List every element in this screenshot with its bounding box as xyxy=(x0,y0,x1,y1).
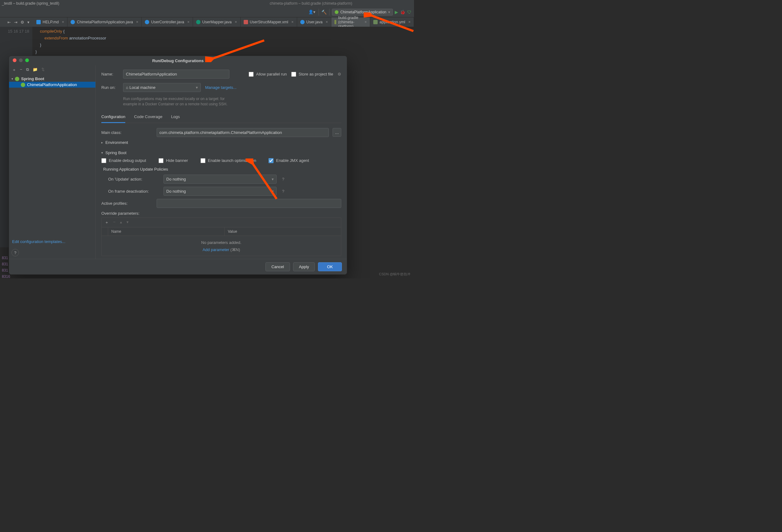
spring-boot-icon xyxy=(335,10,339,14)
add-icon[interactable]: ＋ xyxy=(12,67,16,73)
tab-label: User.java xyxy=(307,20,323,24)
editor-tab[interactable]: ChimetaPlatformApplication.java× xyxy=(67,17,142,27)
editor-tab[interactable]: application.yml× xyxy=(370,17,414,27)
remove-icon[interactable]: − xyxy=(113,220,116,225)
edit-templates-link[interactable]: Edit configuration templates... xyxy=(9,237,96,246)
cancel-button[interactable]: Cancel xyxy=(265,262,290,271)
close-icon[interactable]: × xyxy=(187,20,189,24)
editor-tab[interactable]: UserStructMapper.xml× xyxy=(241,17,297,27)
tab-label: UserController.java xyxy=(151,20,184,24)
zoom-icon[interactable] xyxy=(25,59,29,62)
tree-label: Spring Boot xyxy=(21,76,44,81)
dropdown-icon: ▾ xyxy=(196,85,198,90)
dialog-titlebar: Run/Debug Configurations xyxy=(9,56,347,65)
log-timestamp: 831 xyxy=(2,262,8,266)
sort-icon[interactable]: ⇅ xyxy=(41,67,45,73)
close-icon[interactable]: × xyxy=(326,20,328,24)
up-icon[interactable]: ▴ xyxy=(120,220,122,225)
help-icon[interactable]: ? xyxy=(280,189,286,193)
link-label[interactable]: Edit configuration templates... xyxy=(12,239,65,244)
close-icon[interactable]: × xyxy=(291,20,293,24)
tree-node-spring-boot[interactable]: ▾ Spring Boot xyxy=(9,76,96,82)
run-icon[interactable]: ▶ xyxy=(395,10,398,14)
active-profiles-input[interactable] xyxy=(157,199,341,208)
browse-button[interactable]: … xyxy=(332,128,341,137)
tab-logs[interactable]: Logs xyxy=(171,112,180,123)
environment-section[interactable]: ▸ Environment xyxy=(101,140,341,145)
section-label: Spring Boot xyxy=(105,150,127,155)
col-name: Name xyxy=(108,227,225,236)
on-update-label: On 'Update' action: xyxy=(101,177,160,181)
save-icon[interactable]: 📁 xyxy=(33,67,38,73)
spring-boot-section[interactable]: ▾ Spring Boot xyxy=(101,150,341,155)
tree-node-config[interactable]: ChimetaPlatformApplication xyxy=(9,82,96,87)
checkbox-label: Store as project file xyxy=(299,72,333,76)
more-icon[interactable]: ▾ xyxy=(27,20,30,25)
tab-label: ChimetaPlatformApplication.java xyxy=(77,20,133,24)
editor-tab[interactable]: HELP.md× xyxy=(33,17,67,27)
file-icon xyxy=(36,20,41,24)
separator xyxy=(329,9,329,15)
ok-button[interactable]: OK xyxy=(318,262,342,271)
back-icon[interactable]: ⇤ xyxy=(7,20,11,25)
editor-tab[interactable]: User.java× xyxy=(297,17,331,27)
store-project-checkbox[interactable]: Store as project file xyxy=(291,72,333,77)
gear-icon[interactable]: ⚙ xyxy=(337,72,341,76)
run-config-selector[interactable]: ChimetaPlatformApplication ▾ xyxy=(332,9,393,15)
manage-targets-link[interactable]: Manage targets... xyxy=(205,85,237,90)
run-debug-dialog: Run/Debug Configurations ＋ − ⧉ 📁 ⇅ ▾ Spr… xyxy=(9,56,347,275)
runon-hint: Run configurations may be executed local… xyxy=(123,96,229,107)
log-timestamp: 831 xyxy=(2,268,8,273)
sidebar-toolbar: ＋ − ⧉ 📁 ⇅ xyxy=(9,65,96,75)
close-icon[interactable]: × xyxy=(136,20,138,24)
home-icon: ⌂ xyxy=(126,85,128,90)
main-class-input[interactable] xyxy=(157,128,329,137)
enable-jmx-checkbox[interactable]: Enable JMX agent xyxy=(269,158,309,163)
name-input[interactable] xyxy=(123,70,229,79)
editor-tab[interactable]: build.gradle (chimeta-platform)× xyxy=(331,17,370,27)
runon-combo[interactable]: ⌂ Local machine ▾ xyxy=(123,83,201,92)
copy-icon[interactable]: ⧉ xyxy=(26,67,29,73)
override-params-table: ＋ − ▴ ▾ Name Value No parameters added. … xyxy=(101,217,341,256)
on-update-combo[interactable]: Do nothing▾ xyxy=(164,175,277,184)
gear-icon[interactable]: ⚙ xyxy=(21,20,24,25)
editor-tab[interactable]: UserController.java× xyxy=(142,17,193,27)
build-icon[interactable]: 🔨 xyxy=(321,10,327,14)
checkbox-label: Hide banner xyxy=(166,158,188,163)
on-frame-combo[interactable]: Do nothing▾ xyxy=(164,187,277,196)
remove-icon[interactable]: − xyxy=(20,67,23,73)
close-icon[interactable]: × xyxy=(235,20,237,24)
editor-tabbar: ⇤ ⇥ ⚙ ▾ HELP.md×ChimetaPlatformApplicati… xyxy=(0,17,414,27)
forward-icon[interactable]: ⇥ xyxy=(14,20,17,25)
help-icon[interactable]: ? xyxy=(280,177,286,181)
close-icon[interactable]: × xyxy=(62,20,64,24)
watermark: CSDN @蜗牛使劲冲 xyxy=(379,272,410,277)
run-config-label: ChimetaPlatformApplication xyxy=(340,10,386,14)
editor-tab[interactable]: UserMapper.java× xyxy=(193,17,241,27)
close-icon[interactable] xyxy=(13,59,16,62)
close-icon[interactable]: × xyxy=(408,20,411,24)
profile-icon[interactable]: 👤▾ xyxy=(308,9,316,15)
hide-banner-checkbox[interactable]: Hide banner xyxy=(158,158,188,163)
enable-launch-opt-checkbox[interactable]: Enable launch optimization xyxy=(201,158,256,163)
close-icon[interactable]: × xyxy=(364,20,367,24)
down-icon[interactable]: ▾ xyxy=(127,220,129,225)
checkbox-label: Enable launch optimization xyxy=(208,158,256,163)
dialog-title: Run/Debug Configurations xyxy=(152,59,204,63)
minimize-icon[interactable] xyxy=(19,59,23,62)
debug-icon[interactable]: 🐞 xyxy=(400,10,405,14)
add-icon[interactable]: ＋ xyxy=(105,220,109,225)
on-frame-label: On frame deactivation: xyxy=(101,189,160,193)
add-parameter-link[interactable]: Add parameter xyxy=(203,247,229,252)
tab-code-coverage[interactable]: Code Coverage xyxy=(134,112,162,123)
tab-label: UserStructMapper.xml xyxy=(250,20,288,24)
allow-parallel-checkbox[interactable]: Allow parallel run xyxy=(249,72,287,77)
enable-debug-checkbox[interactable]: Enable debug output xyxy=(101,158,146,163)
separator xyxy=(319,9,319,15)
help-button[interactable]: ? xyxy=(11,249,19,256)
section-label: Environment xyxy=(105,140,128,145)
tree-label: ChimetaPlatformApplication xyxy=(27,82,77,87)
apply-button[interactable]: Apply xyxy=(293,262,315,271)
tab-configuration[interactable]: Configuration xyxy=(101,112,125,123)
coverage-icon[interactable]: 🛡 xyxy=(407,10,412,14)
